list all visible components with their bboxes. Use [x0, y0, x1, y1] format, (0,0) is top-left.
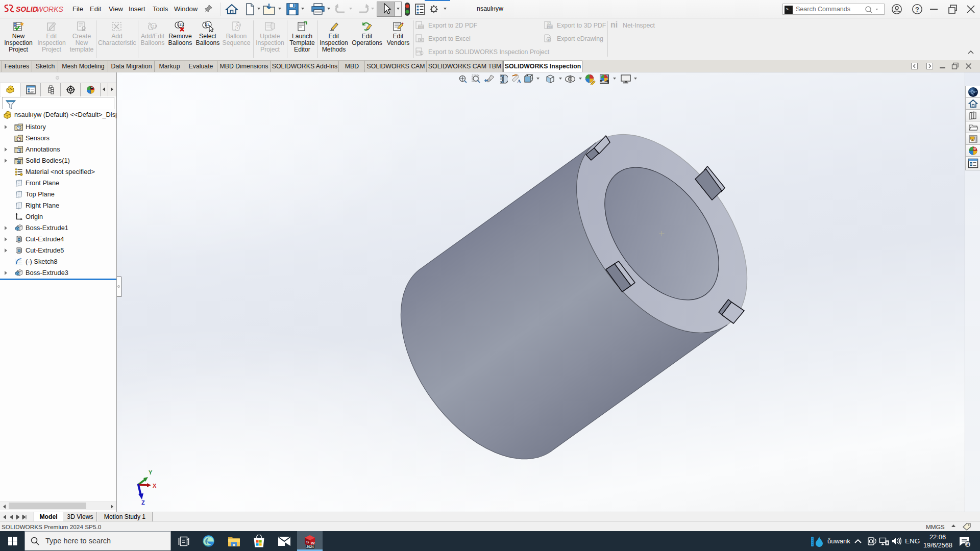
svg-text:111: 111	[177, 22, 183, 27]
svg-text:4: 4	[966, 542, 969, 547]
svg-text:Z: Z	[141, 499, 145, 506]
svg-text:Y: Y	[149, 469, 153, 475]
svg-text:A: A	[517, 78, 521, 84]
svg-text:PDF: PDF	[547, 26, 553, 29]
svg-text:2024: 2024	[306, 545, 314, 548]
svg-text:e: e	[548, 38, 550, 41]
svg-text:11: 11	[205, 22, 209, 27]
svg-text:3D: 3D	[547, 22, 550, 25]
svg-text:S: S	[306, 540, 309, 544]
svg-text:?: ?	[915, 6, 919, 13]
svg-text:PDF: PDF	[419, 26, 425, 29]
svg-text:X: X	[153, 483, 157, 489]
svg-text:111: 111	[151, 24, 157, 28]
